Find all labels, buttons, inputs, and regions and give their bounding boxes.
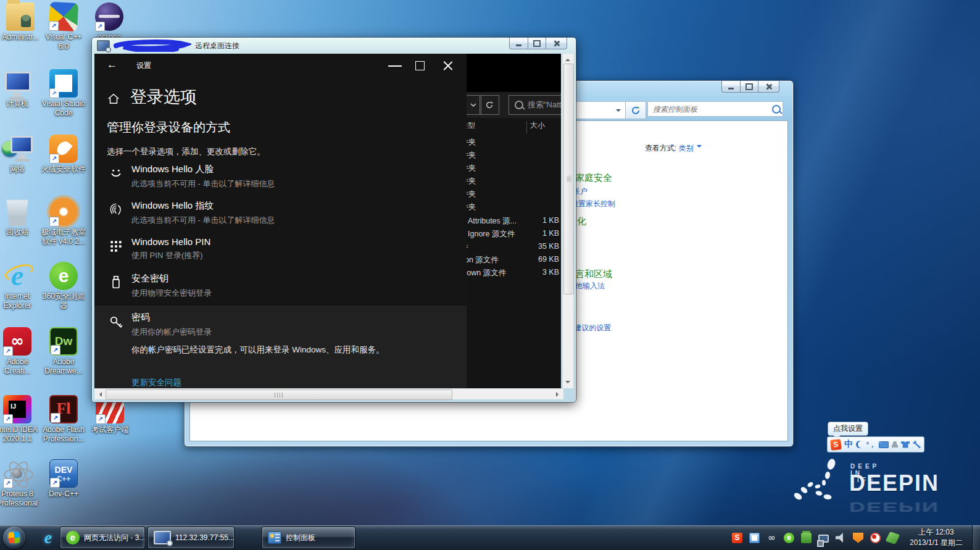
- signin-option-pin[interactable]: Windows Hello PIN 使用 PIN 登录(推荐): [131, 236, 210, 261]
- desktop-icon-intellij[interactable]: IJ↗ IntelliJ IDEA 2020.1.1: [0, 395, 41, 444]
- tray-green-can-icon[interactable]: [801, 533, 812, 543]
- column-size[interactable]: 大小: [530, 120, 545, 131]
- desktop-icon-network[interactable]: 网络: [0, 135, 41, 174]
- close-button[interactable]: [443, 60, 453, 70]
- fullwidth-moon-icon[interactable]: [856, 441, 863, 448]
- desktop: Administr... ↗ Visual C++ 6.0 ↗ eclipse …: [0, 0, 980, 550]
- visual-cpp-icon: ↗: [49, 2, 78, 31]
- rdp-icon: [154, 531, 171, 544]
- shortcut-arrow-icon: ↗: [51, 413, 60, 423]
- tray-360-icon[interactable]: e: [784, 533, 794, 543]
- explorer-search-box[interactable]: 搜索"Natte: [509, 95, 561, 115]
- vertical-scrollbar[interactable]: [562, 54, 573, 388]
- horizontal-scrollbar-thumb[interactable]: [106, 390, 452, 400]
- desktop-icon-computer[interactable]: 计算机: [0, 69, 41, 109]
- icon-label: Visual Studio Code: [39, 99, 88, 118]
- close-button[interactable]: [758, 81, 779, 93]
- control-panel-search-input[interactable]: [647, 101, 783, 117]
- desktop-icon-devcpp[interactable]: DEVC++↗ Dev-C++: [39, 459, 88, 499]
- taskbar-button-rdp[interactable]: 112.32.39.77:55...: [147, 527, 235, 549]
- tray-diamond-icon[interactable]: [886, 531, 900, 544]
- desktop-icon-vscode[interactable]: ↗ Visual Studio Code: [39, 69, 88, 118]
- icon-label: 360安全浏览器: [39, 292, 88, 310]
- shortcut-arrow-icon: ↗: [49, 21, 59, 31]
- tray-network-icon[interactable]: [818, 535, 829, 543]
- explorer-refresh-button[interactable]: [480, 95, 499, 115]
- desktop-icon-adobe-cc[interactable]: ∞↗ Adobe Creati...: [0, 327, 41, 376]
- section-heading: 管理你登录设备的方式: [107, 119, 230, 136]
- update-security-questions-link[interactable]: 更新安全问题: [131, 377, 181, 388]
- maximize-button[interactable]: [415, 61, 425, 70]
- 360-browser-icon: e: [66, 531, 80, 544]
- show-desktop-button[interactable]: [972, 525, 980, 550]
- control-panel-icon: [268, 531, 281, 544]
- minimize-button[interactable]: [721, 81, 741, 93]
- system-tray: S ∞ e: [732, 525, 898, 550]
- minimize-button[interactable]: [388, 65, 402, 67]
- view-by: 查看方式: 类别: [645, 143, 702, 154]
- rdp-titlebar[interactable]: 远程桌面连接: [92, 38, 576, 54]
- maximize-button[interactable]: [528, 38, 546, 49]
- taskbar-button-control-panel[interactable]: 控制面板: [262, 527, 355, 549]
- soft-keyboard-icon[interactable]: [879, 441, 889, 448]
- maximize-button[interactable]: [741, 81, 758, 93]
- taskbar-ie-pinned[interactable]: e: [36, 528, 60, 548]
- tray-jiyu-icon[interactable]: [749, 533, 760, 543]
- back-button[interactable]: ←: [107, 59, 117, 71]
- desktop-icon-proteus[interactable]: ↗ Proteus 8 Professional: [0, 459, 41, 508]
- signin-option-password[interactable]: 密码 使用你的帐户密码登录 你的帐户密码已经设置完成，可以用来登录 Window…: [94, 306, 467, 388]
- file-row-type[interactable]: Attributes 源...: [468, 216, 517, 227]
- signin-option-fingerprint[interactable]: Windows Hello 指纹 此选项当前不可用 - 单击以了解详细信息: [131, 200, 275, 226]
- internet-explorer-icon: e: [3, 262, 31, 290]
- start-button[interactable]: [3, 527, 25, 549]
- language-bar[interactable]: S 中 °，: [827, 436, 924, 452]
- account-icon[interactable]: [892, 441, 898, 448]
- skin-icon[interactable]: [901, 441, 910, 448]
- file-row-size: 1 KB: [529, 216, 559, 225]
- horizontal-scrollbar[interactable]: [94, 388, 563, 399]
- desktop-icon-dreamweaver[interactable]: Dw↗ Adobe Dreamwe...: [39, 327, 88, 376]
- tray-creative-cloud-icon[interactable]: ∞: [766, 533, 777, 543]
- desktop-icon-administrator[interactable]: Administr...: [0, 2, 44, 42]
- icon-label: Proteus 8 Professional: [0, 490, 41, 508]
- tray-volume-muted-icon[interactable]: [836, 533, 846, 543]
- password-option-text: 密码 使用你的帐户密码登录: [131, 312, 212, 338]
- view-by-category-link[interactable]: 类别: [679, 144, 694, 152]
- home-icon[interactable]: [107, 92, 120, 106]
- section-subheading: 选择一个登录选项，添加、更改或删除它。: [107, 146, 265, 157]
- address-dropdown-icon[interactable]: [616, 109, 621, 114]
- computer-icon: [3, 69, 31, 98]
- settings-wrench-icon[interactable]: [913, 441, 921, 449]
- settings-titlebar[interactable]: ← 设置: [94, 54, 467, 75]
- signin-option-security-key[interactable]: 安全密钥 使用物理安全密钥登录: [131, 273, 212, 299]
- desktop-icon-recycle-bin[interactable]: 回收站: [0, 198, 41, 237]
- desktop-icon-eclipse[interactable]: ↗ eclipse: [85, 2, 133, 42]
- explorer-search-text: 搜索"Natte: [528, 99, 561, 110]
- input-mode-chinese[interactable]: 中: [844, 439, 853, 450]
- desktop-icon-huorong[interactable]: ↗ 火绒安全软件: [39, 135, 88, 174]
- file-row-type[interactable]: Ignore 源文件: [468, 229, 515, 240]
- tray-sogou-icon[interactable]: S: [732, 533, 742, 543]
- censored-hostname-scribble: [112, 40, 191, 52]
- icon-label: Administr...: [0, 33, 44, 42]
- deepin-brand: DEEPIN: [849, 470, 939, 496]
- desktop-icon-visual-cpp[interactable]: ↗ Visual C++ 6.0: [39, 2, 88, 51]
- taskbar-button-360[interactable]: e 网页无法访问 - 3...: [60, 527, 145, 549]
- desktop-icon-jiyu[interactable]: ↗ 极域电子教室软件 v4.0 2...: [39, 198, 88, 246]
- desktop-icon-flash[interactable]: Fl↗ Adobe Flash Profession...: [39, 395, 88, 444]
- tray-huorong-icon[interactable]: [853, 533, 863, 543]
- punctuation-toggle[interactable]: °，: [866, 440, 876, 449]
- sogou-icon[interactable]: S: [830, 439, 842, 451]
- close-button[interactable]: [546, 38, 567, 49]
- icon-label: 回收站: [0, 228, 41, 237]
- file-row-size: 35 KB: [529, 242, 559, 251]
- minimize-button[interactable]: [509, 38, 528, 49]
- tray-exam-icon[interactable]: [870, 533, 881, 543]
- taskbar-clock[interactable]: 上午 12:03 2013/1/1 星期二: [902, 527, 970, 548]
- desktop-icon-internet-explorer[interactable]: e Internet Explorer: [0, 262, 41, 310]
- vertical-scrollbar-thumb[interactable]: [563, 64, 574, 294]
- desktop-icon-360-browser[interactable]: e 360安全浏览器: [39, 262, 88, 310]
- icon-label: 计算机: [0, 99, 41, 109]
- refresh-button[interactable]: [625, 101, 646, 119]
- signin-option-face[interactable]: Windows Hello 人脸 此选项当前不可用 - 单击以了解详细信息: [131, 164, 275, 190]
